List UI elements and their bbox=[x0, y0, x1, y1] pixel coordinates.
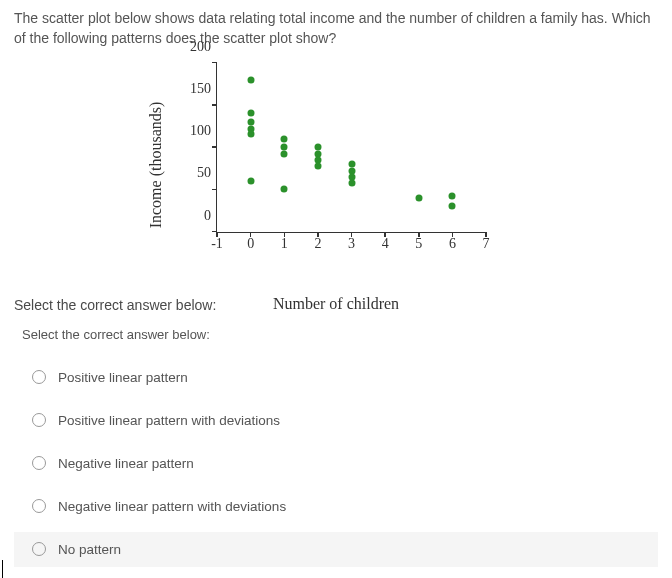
x-tick bbox=[216, 232, 218, 237]
option-label: Negative linear pattern bbox=[58, 456, 194, 471]
data-point bbox=[247, 177, 254, 184]
answer-option[interactable]: No pattern bbox=[14, 532, 658, 567]
option-label: Positive linear pattern with deviations bbox=[58, 413, 280, 428]
y-tick-label: 200 bbox=[190, 39, 211, 55]
chart-container: Income (thousands) 050100150200-10123456… bbox=[14, 55, 658, 275]
y-tick-label: 100 bbox=[190, 123, 211, 139]
x-tick bbox=[418, 232, 420, 237]
question-text: The scatter plot below shows data relati… bbox=[14, 8, 658, 49]
x-tick-label: 3 bbox=[348, 236, 355, 252]
data-point bbox=[449, 193, 456, 200]
x-tick bbox=[351, 232, 353, 237]
y-tick-label: 50 bbox=[197, 165, 211, 181]
x-tick-label: -1 bbox=[211, 236, 223, 252]
radio-icon bbox=[32, 456, 46, 470]
data-point bbox=[247, 110, 254, 117]
select-prompt-duplicate: Select the correct answer below: bbox=[22, 327, 658, 342]
answer-option[interactable]: Positive linear pattern bbox=[14, 360, 658, 395]
x-tick-label: 1 bbox=[281, 236, 288, 252]
data-point bbox=[348, 179, 355, 186]
y-tick bbox=[212, 146, 217, 148]
y-tick bbox=[212, 62, 217, 64]
option-label: No pattern bbox=[58, 542, 121, 557]
plot-area: 050100150200-101234567 bbox=[216, 63, 486, 233]
option-label: Positive linear pattern bbox=[58, 370, 188, 385]
data-point bbox=[281, 186, 288, 193]
data-point bbox=[415, 194, 422, 201]
x-axis-label: Number of children bbox=[273, 295, 399, 313]
data-point bbox=[449, 203, 456, 210]
y-tick bbox=[212, 104, 217, 106]
x-tick bbox=[284, 232, 286, 237]
answer-option[interactable]: Positive linear pattern with deviations bbox=[14, 403, 658, 438]
x-tick-label: 6 bbox=[449, 236, 456, 252]
scatter-chart: Income (thousands) 050100150200-10123456… bbox=[166, 55, 506, 275]
data-point bbox=[281, 135, 288, 142]
data-point bbox=[314, 162, 321, 169]
y-tick bbox=[212, 189, 217, 191]
text-cursor bbox=[2, 560, 3, 578]
radio-icon bbox=[32, 370, 46, 384]
x-tick bbox=[250, 232, 252, 237]
radio-icon bbox=[32, 413, 46, 427]
x-tick bbox=[317, 232, 319, 237]
y-tick-label: 150 bbox=[190, 81, 211, 97]
y-axis-label: Income (thousands) bbox=[147, 101, 165, 228]
x-tick bbox=[485, 232, 487, 237]
x-tick bbox=[452, 232, 454, 237]
x-tick-label: 2 bbox=[314, 236, 321, 252]
y-tick-label: 0 bbox=[204, 208, 211, 224]
x-tick-label: 7 bbox=[483, 236, 490, 252]
x-tick-label: 5 bbox=[415, 236, 422, 252]
answer-option[interactable]: Negative linear pattern bbox=[14, 446, 658, 481]
option-label: Negative linear pattern with deviations bbox=[58, 499, 286, 514]
radio-icon bbox=[32, 499, 46, 513]
x-tick-label: 0 bbox=[247, 236, 254, 252]
x-tick-label: 4 bbox=[382, 236, 389, 252]
data-point bbox=[247, 131, 254, 138]
answer-option[interactable]: Negative linear pattern with deviations bbox=[14, 489, 658, 524]
options-list: Positive linear patternPositive linear p… bbox=[14, 360, 658, 567]
data-point bbox=[281, 150, 288, 157]
x-tick bbox=[384, 232, 386, 237]
radio-icon bbox=[32, 542, 46, 556]
data-point bbox=[247, 76, 254, 83]
